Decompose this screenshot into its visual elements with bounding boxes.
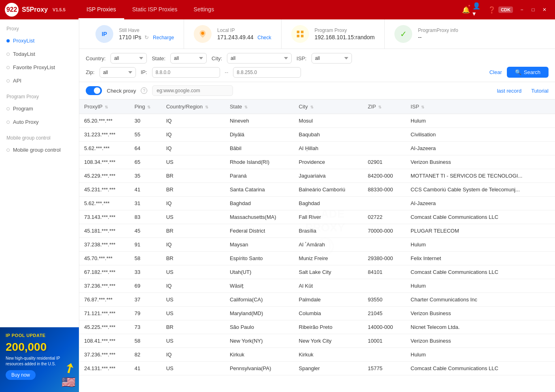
tutorial-link[interactable]: Tutorial xyxy=(531,88,549,94)
cell-zip: 88330-000 xyxy=(363,183,406,197)
local-ip-icon xyxy=(194,25,212,43)
sidebar-item-proxylist[interactable]: ProxyList xyxy=(0,34,79,47)
table-row[interactable]: 5.62.***.*** 64 IQ Bābil Al Ḥillah Al-Ja… xyxy=(79,142,555,155)
table-row[interactable]: 45.229.***.*** 35 BR Paraná Jaguariaiva … xyxy=(79,169,555,183)
tab-static-isp-proxies[interactable]: Static ISP Proxies xyxy=(124,0,186,19)
city-label: City: xyxy=(212,55,222,61)
maximize-button[interactable]: □ xyxy=(527,4,539,15)
help-button[interactable]: ❓ xyxy=(485,3,498,16)
col-ping[interactable]: Ping ⇅ xyxy=(130,100,161,114)
table-row[interactable]: 31.223.***.*** 55 IQ Diyālá Baqubah Civi… xyxy=(79,128,555,142)
cdk-badge[interactable]: CDK xyxy=(498,6,513,13)
sidebar-item-auto-proxy[interactable]: Auto Proxy xyxy=(0,115,79,129)
table-row[interactable]: 76.87.***.*** 37 US California(CA) Palmd… xyxy=(79,293,555,307)
table-row[interactable]: 45.70.***.*** 58 BR Espírito Santo Muniz… xyxy=(79,252,555,265)
filter-row-1: Country: all State: all City: all ISP: a… xyxy=(86,53,549,64)
cell-zip: 84200-000 xyxy=(363,169,406,183)
table-row[interactable]: 71.121.***.*** 79 US Maryland(MD) Columb… xyxy=(79,307,555,320)
table-row[interactable]: 45.181.***.*** 45 BR Federal District Br… xyxy=(79,224,555,238)
cell-proxy-ip: 65.20.***.*** xyxy=(79,114,130,128)
minimize-button[interactable]: − xyxy=(516,4,527,15)
table-row[interactable]: 24.131.***.*** 41 US Pennsylvania(PA) Sp… xyxy=(79,362,555,375)
tab-settings[interactable]: Settings xyxy=(186,0,222,19)
cell-country: IQ xyxy=(161,142,225,155)
table-row[interactable]: 5.62.***.*** 31 IQ Baghdad Baghdad Al-Ja… xyxy=(79,197,555,210)
isp-select[interactable]: all xyxy=(311,53,352,64)
cell-zip xyxy=(363,197,406,210)
ip-label: IP: xyxy=(141,69,147,75)
cell-isp: Verizon Business xyxy=(406,307,555,320)
zip-select[interactable]: all xyxy=(100,67,136,78)
svg-rect-1 xyxy=(297,31,299,33)
refresh-icon[interactable]: ↻ xyxy=(144,34,149,40)
table-row[interactable]: 108.34.***.*** 65 US Rhode Island(RI) Pr… xyxy=(79,155,555,169)
filter-row-2: Zip: all IP: -- Clear 🔍 Search xyxy=(86,67,549,78)
search-button[interactable]: 🔍 Search xyxy=(507,67,549,78)
buy-now-button[interactable]: Buy now xyxy=(6,370,36,380)
sidebar-item-todaylist[interactable]: TodayList xyxy=(0,47,79,61)
table-row[interactable]: 37.236.***.*** 69 IQ Wāsiṭ Al Kūt Hulum xyxy=(79,279,555,293)
country-select[interactable]: all xyxy=(110,53,147,64)
cell-isp: Charter Communications Inc xyxy=(406,293,555,307)
table-header-row: ProxyIP ⇅ Ping ⇅ Country/Region ⇅ State … xyxy=(79,100,555,114)
table-row[interactable]: 65.20.***.*** 30 IQ Nineveh Mosul Hulum xyxy=(79,114,555,128)
table-row[interactable]: 67.182.***.*** 33 US Utah(UT) Salt Lake … xyxy=(79,265,555,279)
cell-ping: 41 xyxy=(130,183,161,197)
table-row[interactable]: 37.238.***.*** 91 IQ Maysan Al ʿAmārah H… xyxy=(79,238,555,252)
check-proxy-input[interactable] xyxy=(152,85,233,96)
table-row[interactable]: 37.236.***.*** 82 IQ Kirkuk Kirkuk Hulum xyxy=(79,348,555,362)
col-zip[interactable]: ZIP ⇅ xyxy=(363,100,406,114)
promo-title: IP POOL UPDATE xyxy=(6,333,73,338)
check-link[interactable]: Check xyxy=(258,35,271,40)
cell-proxy-ip: 45.231.***.*** xyxy=(79,183,130,197)
ip-icon: IP xyxy=(95,25,113,43)
last-record-link[interactable]: last record xyxy=(497,88,521,94)
app-name: S5Proxy xyxy=(22,6,48,13)
sidebar-label-proxylist: ProxyList xyxy=(13,38,34,44)
city-select[interactable]: all xyxy=(227,53,292,64)
table-row[interactable]: 73.143.***.*** 83 US Massachusetts(MA) F… xyxy=(79,210,555,224)
table-row[interactable]: 108.41.***.*** 58 US New York(NY) New Yo… xyxy=(79,334,555,348)
clear-button[interactable]: Clear xyxy=(489,69,502,75)
cell-ping: 41 xyxy=(130,362,161,375)
stat-ip-label: Still Have xyxy=(119,28,174,33)
col-state[interactable]: State ⇅ xyxy=(225,100,294,114)
tab-isp-proxies[interactable]: ISP Proxies xyxy=(78,0,124,19)
state-select[interactable]: all xyxy=(170,53,207,64)
col-country[interactable]: Country/Region ⇅ xyxy=(161,100,225,114)
ip-from-input[interactable] xyxy=(152,67,220,78)
col-proxy-ip[interactable]: ProxyIP ⇅ xyxy=(79,100,130,114)
close-button[interactable]: ✕ xyxy=(539,4,550,15)
notification-button[interactable]: 🔔 xyxy=(460,3,472,16)
help-icon[interactable]: ? xyxy=(141,87,147,94)
user-button[interactable]: 👤 ▾ xyxy=(472,3,485,16)
cell-city: Kirkuk xyxy=(294,348,363,362)
cell-city: Brasília xyxy=(294,224,363,238)
cell-state: Nineveh xyxy=(225,114,294,128)
cell-ping: 82 xyxy=(130,348,161,362)
check-proxy-toggle[interactable] xyxy=(86,86,102,95)
col-isp[interactable]: ISP ⇅ xyxy=(406,100,555,114)
cell-isp: Al-Jazeera xyxy=(406,142,555,155)
sidebar-item-mobile-group[interactable]: Mobile group control xyxy=(0,143,79,157)
table-row[interactable]: 45.225.***.*** 73 BR São Paulo Ribeirão … xyxy=(79,320,555,334)
sidebar-item-favorite[interactable]: Favorite ProxyList xyxy=(0,61,79,74)
cell-zip: 15775 xyxy=(363,362,406,375)
cell-country: US xyxy=(161,155,225,169)
app-logo: 922 S5Proxy V1.5.5 xyxy=(5,3,66,17)
cell-ping: 35 xyxy=(130,169,161,183)
cell-city: Columbia xyxy=(294,307,363,320)
app-version: V1.5.5 xyxy=(53,7,66,12)
table-row[interactable]: 45.231.***.*** 41 BR Santa Catarina Baln… xyxy=(79,183,555,197)
sidebar-item-program[interactable]: Program xyxy=(0,102,79,115)
cell-country: US xyxy=(161,334,225,348)
ip-to-input[interactable] xyxy=(233,67,301,78)
sidebar-label-todaylist: TodayList xyxy=(13,51,35,57)
sidebar-item-api[interactable]: API xyxy=(0,74,79,87)
table-container[interactable]: TRADE PROXY ProxyIP ⇅ Ping ⇅ Country/Reg… xyxy=(79,100,555,392)
col-city[interactable]: City ⇅ xyxy=(294,100,363,114)
sidebar-label-favorite: Favorite ProxyList xyxy=(13,64,55,70)
recharge-link[interactable]: Recharge xyxy=(153,35,174,40)
cell-city: Providence xyxy=(294,155,363,169)
cell-state: Federal District xyxy=(225,224,294,238)
